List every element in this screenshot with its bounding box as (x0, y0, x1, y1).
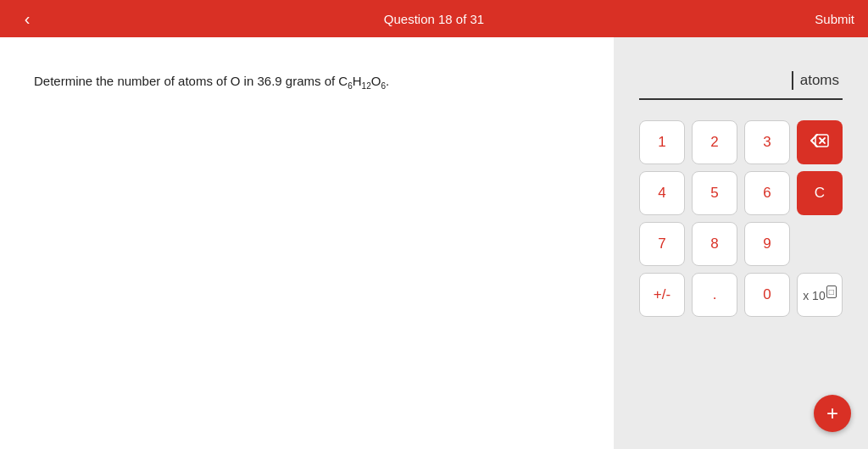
answer-display: atoms (639, 63, 843, 100)
question-panel: Determine the number of atoms of O in 36… (0, 37, 614, 449)
key-3[interactable]: 3 (744, 120, 790, 164)
keypad: 1 2 3 4 5 6 C 7 8 9 (639, 120, 843, 317)
question-text: Determine the number of atoms of O in 36… (34, 71, 580, 93)
keypad-empty (797, 222, 843, 266)
key-1[interactable]: 1 (639, 120, 685, 164)
key-dot[interactable]: . (692, 273, 737, 317)
backspace-icon (810, 134, 829, 152)
main-content: Determine the number of atoms of O in 36… (0, 37, 868, 449)
answer-panel: atoms 1 2 3 4 5 6 C (614, 37, 868, 449)
clear-button[interactable]: C (797, 171, 843, 215)
key-2[interactable]: 2 (692, 120, 737, 164)
key-6[interactable]: 6 (744, 171, 790, 215)
fab-button[interactable]: + (814, 395, 851, 432)
submit-button[interactable]: Submit (815, 12, 854, 26)
key-plus-minus[interactable]: +/- (639, 273, 685, 317)
key-x10[interactable]: x 10□ (797, 273, 843, 317)
backspace-button[interactable] (797, 120, 843, 164)
key-7[interactable]: 7 (639, 222, 685, 266)
key-0[interactable]: 0 (744, 273, 790, 317)
key-5[interactable]: 5 (692, 171, 737, 215)
key-4[interactable]: 4 (639, 171, 685, 215)
answer-unit: atoms (800, 72, 839, 89)
key-8[interactable]: 8 (692, 222, 737, 266)
back-button[interactable]: ‹ (14, 5, 41, 32)
x10-label: x 10□ (803, 287, 837, 302)
cursor (792, 71, 793, 90)
header: ‹ Question 18 of 31 Submit (0, 0, 868, 37)
key-9[interactable]: 9 (744, 222, 790, 266)
x10-exponent-box: □ (826, 285, 837, 298)
question-counter: Question 18 of 31 (384, 12, 484, 26)
